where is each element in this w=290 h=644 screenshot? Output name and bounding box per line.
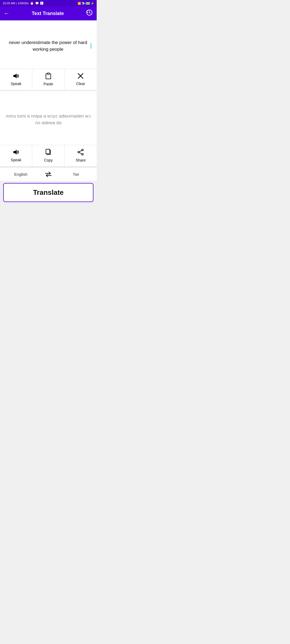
source-language-button[interactable]: English	[0, 168, 42, 180]
status-left: 10:05 AM | 145KB/s ⏰ 💬 🅿	[3, 2, 43, 5]
paste-input-label: Paste	[44, 82, 53, 86]
svg-point-11	[82, 153, 83, 155]
output-text: mmu tumi a nnipa a wɔyɛ adwumaden wɔ no …	[5, 113, 91, 126]
swap-languages-button[interactable]	[42, 172, 55, 177]
paste-input-button[interactable]: Paste	[32, 69, 64, 90]
svg-line-12	[79, 151, 82, 152]
back-button[interactable]: ←	[4, 10, 10, 17]
share-icon	[78, 149, 84, 156]
share-output-button[interactable]: Share	[65, 145, 97, 166]
copy-output-button[interactable]: Copy	[32, 145, 64, 166]
svg-line-13	[79, 153, 82, 154]
translate-button[interactable]: Translate	[3, 183, 93, 202]
whatsapp-icon: 💬	[35, 2, 39, 5]
paste-icon	[45, 73, 51, 80]
text-cursor	[91, 43, 91, 49]
translate-button-container: Translate	[0, 181, 97, 205]
alarm-icon: ⏰	[30, 2, 34, 5]
svg-marker-1	[13, 74, 17, 78]
copy-icon	[45, 149, 51, 156]
app-bar: ← Text Translate	[0, 6, 97, 20]
speak-output-label: Speak	[11, 158, 21, 162]
input-action-buttons: Speak Paste Clear	[0, 69, 97, 90]
svg-marker-6	[13, 150, 17, 155]
target-language-button[interactable]: Twi	[55, 168, 97, 180]
speak-input-button[interactable]: Speak	[0, 69, 32, 90]
language-bar: English Twi	[0, 167, 97, 181]
history-button[interactable]	[86, 9, 93, 18]
input-text: never underestimate the power of hard wo…	[5, 39, 90, 53]
signal-icon: 📶	[78, 2, 81, 5]
svg-point-10	[78, 151, 79, 153]
output-action-buttons: Speak Copy Share	[0, 145, 97, 166]
wifi-icon: 📡	[82, 2, 85, 5]
speaker-icon	[13, 73, 19, 80]
input-section: never underestimate the power of hard wo…	[0, 20, 97, 90]
app-title: Text Translate	[32, 11, 64, 16]
status-bar: 10:05 AM | 145KB/s ⏰ 💬 🅿 📶 📡 63 ⚡	[0, 0, 97, 6]
share-output-label: Share	[76, 158, 86, 162]
output-text-area: mmu tumi a nnipa a wɔyɛ adwumaden wɔ no …	[0, 91, 97, 145]
speak-output-button[interactable]: Speak	[0, 145, 32, 166]
p-icon: 🅿	[40, 2, 43, 5]
status-right: 📶 📡 63 ⚡	[78, 2, 94, 5]
speaker-output-icon	[13, 149, 19, 156]
clear-input-button[interactable]: Clear	[65, 69, 97, 90]
output-section: mmu tumi a nnipa a wɔyɛ adwumaden wɔ no …	[0, 91, 97, 166]
battery-icon: 63	[86, 2, 90, 5]
speak-input-label: Speak	[11, 82, 21, 86]
charging-icon: ⚡	[91, 2, 94, 5]
input-text-area[interactable]: never underestimate the power of hard wo…	[0, 20, 97, 69]
copy-output-label: Copy	[44, 158, 53, 162]
status-time: 10:05 AM | 145KB/s	[3, 2, 29, 5]
svg-point-9	[82, 149, 83, 151]
clear-icon	[78, 73, 84, 80]
svg-rect-3	[47, 73, 49, 74]
svg-rect-8	[46, 149, 50, 154]
clear-input-label: Clear	[76, 82, 85, 86]
